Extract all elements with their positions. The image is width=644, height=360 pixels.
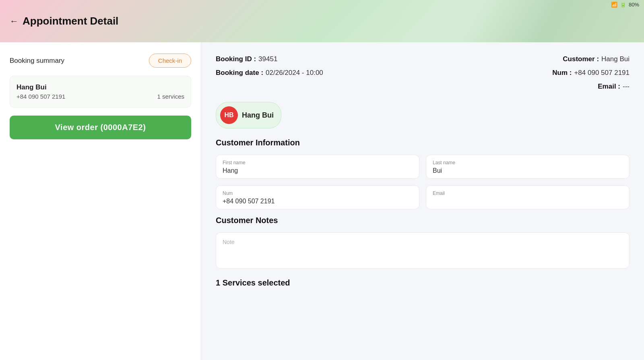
customer-value: Hang Bui [601, 55, 630, 63]
main-content: Booking summary Check-in Hang Bui +84 09… [0, 42, 644, 360]
email-label-line: Email : --- [552, 83, 630, 91]
check-in-button[interactable]: Check-in [149, 54, 191, 68]
avatar: HB [220, 106, 238, 124]
page-title: Appointment Detail [23, 15, 118, 27]
booking-info-right: Customer : Hang Bui Num : +84 090 507 21… [552, 55, 630, 91]
first-name-value: Hang [223, 167, 413, 174]
notes-box[interactable]: Note [216, 232, 630, 269]
status-bar: 📶 🔋 80% [606, 0, 644, 9]
sidebar-header: Booking summary Check-in [10, 54, 191, 68]
view-order-button[interactable]: View order (0000A7E2) [10, 116, 191, 139]
customer-notes-title: Customer Notes [216, 216, 630, 225]
back-arrow-icon: ← [10, 16, 19, 27]
notes-section: Customer Notes Note [216, 216, 630, 269]
num-label-line: Num : +84 090 507 2191 [552, 69, 630, 77]
customer-phone: +84 090 507 2191 [17, 93, 65, 100]
sidebar: Booking summary Check-in Hang Bui +84 09… [0, 42, 201, 360]
booking-info-left: Booking ID : 39451 Booking date : 02/26/… [216, 55, 323, 77]
num-field-label: Num [223, 190, 413, 196]
right-panel: Booking ID : 39451 Booking date : 02/26/… [201, 42, 644, 360]
customer-card: Hang Bui +84 090 507 2191 1 services [10, 76, 191, 108]
battery-level: 80% [629, 2, 639, 8]
num-value: +84 090 507 2191 [574, 69, 630, 77]
customer-label: Customer : [563, 55, 599, 63]
num-label: Num : [552, 69, 572, 77]
email-label: Email : [598, 83, 620, 91]
services-selected-title: 1 Services selected [216, 278, 630, 288]
booking-date-line: Booking date : 02/26/2024 - 10:00 [216, 69, 323, 77]
battery-icon: 🔋 [620, 2, 626, 8]
last-name-value: Bui [433, 167, 623, 174]
email-field-label: Email [433, 190, 623, 196]
chip-customer-name: Hang Bui [242, 111, 274, 120]
num-field[interactable]: Num +84 090 507 2191 [216, 185, 419, 209]
customer-label-line: Customer : Hang Bui [552, 55, 630, 63]
last-name-field[interactable]: Last name Bui [426, 155, 630, 179]
customer-phone-row: +84 090 507 2191 1 services [17, 93, 184, 100]
customer-chip: HB Hang Bui [216, 102, 281, 128]
wifi-icon: 📶 [611, 2, 617, 8]
booking-date-value: 02/26/2024 - 10:00 [266, 69, 323, 77]
booking-id-line: Booking ID : 39451 [216, 55, 323, 63]
notes-placeholder: Note [223, 239, 235, 245]
booking-id-label: Booking ID : [216, 55, 256, 63]
back-button[interactable]: ← Appointment Detail [10, 15, 118, 27]
name-fields-row: First name Hang Last name Bui [216, 155, 630, 179]
num-field-value: +84 090 507 2191 [223, 198, 413, 205]
services-count: 1 services [157, 93, 184, 100]
email-field[interactable]: Email [426, 185, 630, 209]
customer-name: Hang Bui [17, 83, 184, 91]
booking-summary-label: Booking summary [10, 57, 64, 65]
booking-info-row: Booking ID : 39451 Booking date : 02/26/… [216, 55, 630, 91]
first-name-label: First name [223, 160, 413, 166]
booking-date-label: Booking date : [216, 69, 263, 77]
email-value: --- [623, 83, 630, 91]
first-name-field[interactable]: First name Hang [216, 155, 419, 179]
booking-id-value: 39451 [258, 55, 277, 63]
last-name-label: Last name [433, 160, 623, 166]
contact-fields-row: Num +84 090 507 2191 Email [216, 185, 630, 209]
header-banner: ← Appointment Detail 📶 🔋 80% [0, 0, 644, 42]
customer-info-title: Customer Information [216, 138, 630, 147]
